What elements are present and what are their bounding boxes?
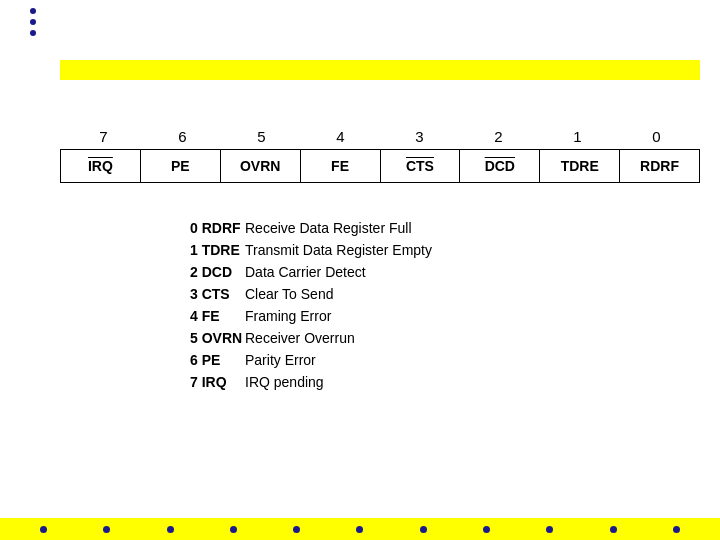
- bottom-dot: [293, 526, 300, 533]
- bottom-dot: [40, 526, 47, 533]
- bit-numbers-row: 76543210: [60, 128, 700, 145]
- desc-bit-label: 1 TDRE: [190, 242, 245, 258]
- description-table: 0 RDRFReceive Data Register Full1 TDRETr…: [190, 220, 700, 390]
- desc-text: Framing Error: [245, 308, 331, 324]
- bottom-dot: [420, 526, 427, 533]
- title-bar: [60, 60, 700, 80]
- desc-bit-label: 4 FE: [190, 308, 245, 324]
- register-cells: IRQPEOVRNFECTSDCDTDRERDRF: [60, 149, 700, 183]
- register-cell-dcd: DCD: [460, 150, 540, 182]
- bottom-dot: [546, 526, 553, 533]
- bottom-dot: [230, 526, 237, 533]
- desc-bit-label: 7 IRQ: [190, 374, 245, 390]
- desc-text: Receive Data Register Full: [245, 220, 412, 236]
- bottom-dot: [483, 526, 490, 533]
- desc-text: IRQ pending: [245, 374, 324, 390]
- desc-row: 6 PEParity Error: [190, 352, 700, 368]
- desc-bit-label: 2 DCD: [190, 264, 245, 280]
- desc-row: 0 RDRFReceive Data Register Full: [190, 220, 700, 236]
- register-cell-pe: PE: [141, 150, 221, 182]
- top-decoration-dots: [30, 8, 36, 36]
- desc-text: Transmit Data Register Empty: [245, 242, 432, 258]
- dot-3: [30, 30, 36, 36]
- desc-row: 2 DCDData Carrier Detect: [190, 264, 700, 280]
- desc-text: Receiver Overrun: [245, 330, 355, 346]
- register-cell-fe: FE: [301, 150, 381, 182]
- desc-row: 7 IRQIRQ pending: [190, 374, 700, 390]
- bottom-dot: [673, 526, 680, 533]
- bit-number: 3: [386, 128, 454, 145]
- bit-number: 5: [228, 128, 296, 145]
- desc-bit-label: 6 PE: [190, 352, 245, 368]
- desc-text: Parity Error: [245, 352, 316, 368]
- desc-row: 3 CTSClear To Send: [190, 286, 700, 302]
- bit-number: 2: [465, 128, 533, 145]
- dot-2: [30, 19, 36, 25]
- desc-bit-label: 3 CTS: [190, 286, 245, 302]
- register-cell-irq: IRQ: [61, 150, 141, 182]
- desc-row: 1 TDRETransmit Data Register Empty: [190, 242, 700, 258]
- desc-bit-label: 5 OVRN: [190, 330, 245, 346]
- bit-number: 0: [623, 128, 691, 145]
- dot-1: [30, 8, 36, 14]
- bit-number: 4: [307, 128, 375, 145]
- bottom-dot: [103, 526, 110, 533]
- register-cell-rdrf: RDRF: [620, 150, 699, 182]
- desc-bit-label: 0 RDRF: [190, 220, 245, 236]
- register-cell-ovrn: OVRN: [221, 150, 301, 182]
- bottom-bar: [0, 518, 720, 540]
- bit-number: 1: [544, 128, 612, 145]
- desc-row: 5 OVRNReceiver Overrun: [190, 330, 700, 346]
- bottom-dot: [167, 526, 174, 533]
- register-diagram: 76543210 IRQPEOVRNFECTSDCDTDRERDRF: [60, 128, 700, 183]
- description-section: 0 RDRFReceive Data Register Full1 TDRETr…: [60, 220, 700, 396]
- desc-text: Data Carrier Detect: [245, 264, 366, 280]
- bottom-dot: [610, 526, 617, 533]
- desc-text: Clear To Send: [245, 286, 333, 302]
- register-cell-tdre: TDRE: [540, 150, 620, 182]
- register-cell-cts: CTS: [381, 150, 461, 182]
- bit-number: 7: [70, 128, 138, 145]
- bottom-dot: [356, 526, 363, 533]
- bit-number: 6: [149, 128, 217, 145]
- desc-row: 4 FEFraming Error: [190, 308, 700, 324]
